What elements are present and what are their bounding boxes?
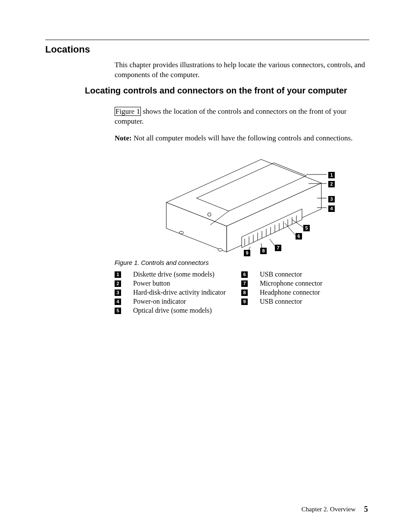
figure-ref-paragraph: Figure 1 shows the location of the contr… — [115, 107, 369, 127]
legend-item-3: 3Hard-disk-drive activity indicator — [115, 289, 240, 298]
legend-item-2: 2Power button — [115, 280, 240, 289]
legend-item-7: 7Microphone connector — [241, 280, 353, 289]
callout-9: 9 — [244, 250, 250, 256]
body-paragraphs: Figure 1 shows the location of the contr… — [115, 107, 369, 150]
legend-num-7: 7 — [241, 280, 248, 287]
callout-2: 2 — [328, 181, 335, 187]
legend-item-9: 9USB connector — [241, 298, 353, 307]
legend-label-8: Headphone connector — [260, 289, 320, 296]
callout-6: 6 — [296, 233, 302, 240]
subsection-heading: Locating controls and connectors on the … — [85, 85, 369, 96]
legend-label-9: USB connector — [260, 298, 302, 305]
top-rule — [45, 40, 369, 40]
legend-num-8: 8 — [241, 289, 248, 296]
legend-num-6: 6 — [241, 271, 248, 278]
legend-label-7: Microphone connector — [260, 280, 322, 287]
callout-5: 5 — [303, 225, 310, 231]
document-page: Locations This chapter provides illustra… — [0, 0, 411, 532]
legend-item-5: 5Optical drive (some models) — [115, 307, 240, 316]
figure-callouts: 1 2 3 4 5 6 7 8 9 — [115, 151, 369, 258]
note-text: Not all computer models will have the fo… — [134, 134, 352, 142]
callout-8: 8 — [260, 248, 267, 254]
legend-label-2: Power button — [133, 280, 170, 287]
section-heading-locations: Locations — [45, 44, 90, 55]
note-label: Note: — [115, 134, 132, 142]
callout-7: 7 — [275, 245, 281, 251]
legend-col-right: 6USB connector 7Microphone connector 8He… — [241, 271, 353, 307]
legend-num-9: 9 — [241, 299, 248, 305]
callout-1: 1 — [328, 172, 335, 178]
footer-page-number: 5 — [364, 505, 368, 513]
callout-3: 3 — [328, 196, 335, 202]
legend-num-1: 1 — [115, 271, 121, 278]
figure-legend: 1Diskette drive (some models) 2Power but… — [115, 271, 353, 316]
legend-label-4: Power-on indicator — [133, 298, 186, 305]
figure-ref-tail: shows the location of the controls and c… — [115, 107, 346, 125]
legend-label-3: Hard-disk-drive activity indicator — [133, 289, 226, 296]
legend-label-1: Diskette drive (some models) — [133, 271, 215, 278]
legend-label-5: Optical drive (some models) — [133, 307, 212, 314]
legend-col-left: 1Diskette drive (some models) 2Power but… — [115, 271, 240, 316]
legend-item-8: 8Headphone connector — [241, 289, 353, 298]
legend-item-1: 1Diskette drive (some models) — [115, 271, 240, 280]
legend-num-2: 2 — [115, 280, 121, 287]
figure-1-xref[interactable]: Figure 1 — [115, 107, 141, 116]
legend-num-4: 4 — [115, 299, 121, 305]
footer-chapter: Chapter 2. Overview — [302, 506, 355, 513]
legend-num-3: 3 — [115, 289, 121, 296]
figure-caption: Figure 1. Controls and connectors — [115, 259, 369, 266]
intro-paragraph: This chapter provides illustrations to h… — [115, 60, 369, 84]
legend-num-5: 5 — [115, 308, 121, 314]
legend-item-4: 4Power-on indicator — [115, 298, 240, 307]
note-paragraph: Note: Not all computer models will have … — [115, 134, 369, 143]
legend-label-6: USB connector — [260, 271, 302, 278]
intro-text: This chapter provides illustrations to h… — [115, 60, 369, 80]
callout-4: 4 — [328, 205, 335, 212]
legend-item-6: 6USB connector — [241, 271, 353, 280]
page-footer: Chapter 2. Overview 5 — [302, 505, 368, 514]
